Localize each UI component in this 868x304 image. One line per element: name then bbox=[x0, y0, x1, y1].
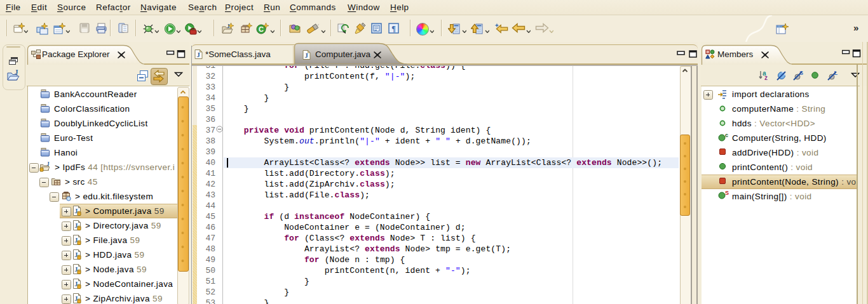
svg-text:z: z bbox=[764, 74, 768, 81]
svg-text:C: C bbox=[259, 25, 264, 33]
svg-text:S: S bbox=[725, 190, 729, 196]
svg-text:¶: ¶ bbox=[391, 24, 395, 33]
svg-text:J: J bbox=[15, 69, 18, 76]
svg-text:c: c bbox=[725, 133, 728, 138]
